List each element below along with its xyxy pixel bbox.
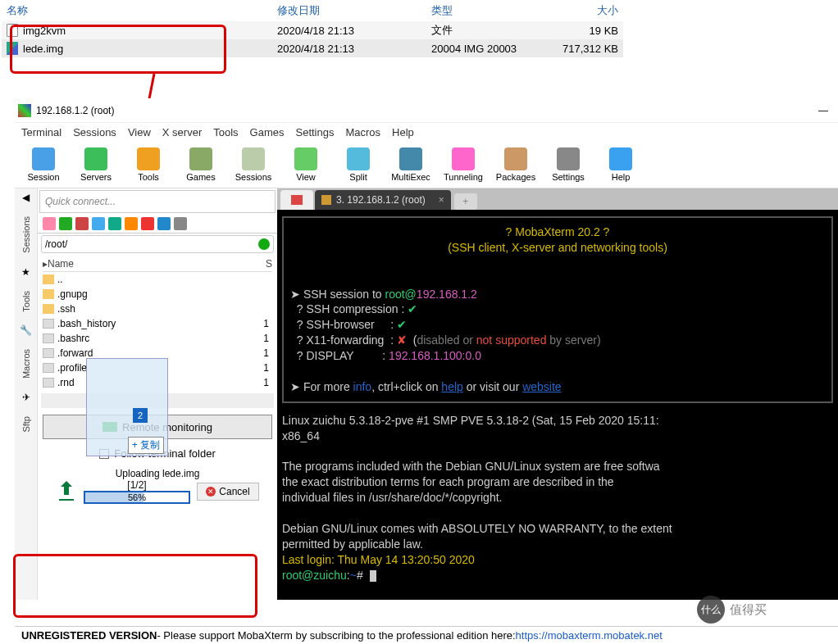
quick-connect-input[interactable]: Quick connect... (39, 190, 276, 213)
new-tab-button[interactable]: + (454, 193, 477, 210)
file-icon (43, 333, 54, 343)
vtab-macros[interactable]: Macros (21, 349, 31, 379)
status-bar: UNREGISTERED VERSION - Please support Mo… (15, 626, 838, 644)
sftp-item[interactable]: .bash_history1 (43, 316, 272, 331)
download-icon[interactable] (59, 217, 72, 230)
upload-counter: [1/2] (84, 479, 190, 491)
toolbar-tunneling-button[interactable]: Tunneling (438, 143, 489, 186)
toolbar-multiexec-button[interactable]: MultiExec (385, 143, 436, 186)
file-icon (43, 363, 54, 373)
drag-count-badge: 2 (133, 408, 148, 423)
toolbar-packages-button[interactable]: Packages (490, 143, 541, 186)
menu-sessions[interactable]: Sessions (73, 126, 116, 138)
toolbar: SessionServersToolsGamesSessionsViewSpli… (15, 142, 838, 188)
toolbar-split-button[interactable]: Split (333, 143, 384, 186)
vtab-sessions[interactable]: Sessions (21, 216, 31, 253)
session-icon (32, 147, 55, 170)
multiexec-icon (399, 147, 422, 170)
sessions-icon (242, 147, 265, 170)
folder-icon (43, 274, 54, 284)
menubar: Terminal Sessions View X server Tools Ga… (15, 123, 838, 142)
home-icon (291, 195, 303, 205)
split-icon (347, 147, 370, 170)
col-type[interactable]: 类型 (426, 3, 553, 18)
window-title: 192.168.1.2 (root) (36, 105, 114, 116)
home-tab[interactable] (280, 190, 313, 210)
sftp-toolbar (38, 215, 277, 234)
progress-bar: 56% (84, 491, 190, 504)
toolbar-tools-button[interactable]: Tools (123, 143, 174, 186)
tools-icon (137, 147, 160, 170)
packages-icon (504, 147, 527, 170)
tunneling-icon (452, 147, 475, 170)
col-name[interactable]: 名称 (2, 3, 272, 18)
newfolder-icon[interactable] (108, 217, 121, 230)
toolbar-settings-button[interactable]: Settings (543, 143, 594, 186)
menu-xserver[interactable]: X server (162, 126, 202, 138)
file-icon (43, 319, 54, 329)
file-icon (43, 348, 54, 358)
vtab-sftp[interactable]: Sftp (21, 416, 31, 433)
sftp-item[interactable]: .. (43, 272, 272, 287)
tab-close[interactable]: × (439, 194, 444, 206)
newfile-icon[interactable] (125, 217, 138, 230)
vtab-tools[interactable]: Tools (21, 291, 31, 312)
upload-icon[interactable] (75, 217, 89, 230)
toolbar-servers-button[interactable]: Servers (71, 143, 121, 186)
window-minimize[interactable]: — (808, 103, 838, 118)
menu-help[interactable]: Help (392, 126, 414, 138)
view-icon (294, 147, 317, 170)
col-date[interactable]: 修改日期 (272, 3, 426, 18)
servers-icon (84, 147, 107, 170)
terminal-tabs: 3. 192.168.1.2 (root) × + (277, 188, 838, 210)
help-icon (609, 147, 632, 170)
folder-icon (43, 304, 54, 314)
games-icon (189, 147, 212, 170)
toolbar-help-button[interactable]: Help (595, 143, 646, 186)
menu-macros[interactable]: Macros (345, 126, 380, 138)
path-input[interactable]: /root/ (41, 235, 274, 253)
tab-icon (321, 195, 331, 205)
menu-view[interactable]: View (128, 126, 151, 138)
annotation-box (10, 25, 226, 74)
file-icon (43, 378, 54, 388)
sftp-columns: ▸ NameS (43, 256, 272, 272)
cancel-button[interactable]: ✕Cancel (197, 483, 259, 501)
window-titlebar: 192.168.1.2 (root) — (15, 98, 838, 123)
folder-icon (43, 289, 54, 299)
footer-link[interactable]: https://mobaxterm.mobatek.net (516, 629, 663, 642)
explorer-columns: 名称 修改日期 类型 大小 (2, 0, 623, 21)
toolbar-session-button[interactable]: Session (18, 143, 69, 186)
menu-tools[interactable]: Tools (213, 126, 238, 138)
annotation-box (13, 554, 257, 618)
settings-icon (557, 147, 580, 170)
refresh-icon[interactable] (92, 217, 105, 230)
bookmark-icon[interactable] (43, 217, 56, 230)
menu-terminal[interactable]: Terminal (21, 126, 61, 138)
copy-hint: + 复制 (128, 437, 164, 454)
sftp-item[interactable]: .gnupg (43, 287, 272, 302)
toolbar-games-button[interactable]: Games (175, 143, 226, 186)
app-icon (18, 104, 31, 117)
left-tab-strip: ◀ Sessions ★ Tools 🔧 Macros ✈ Sftp (15, 188, 38, 600)
drag-ghost: 2 + 复制 (86, 358, 168, 456)
session-tab[interactable]: 3. 192.168.1.2 (root) × (315, 190, 451, 210)
sftp-item[interactable]: .bashrc1 (43, 331, 272, 346)
col-size[interactable]: 大小 (553, 3, 623, 18)
edit-icon[interactable] (157, 217, 171, 230)
upload-status: Uploading lede.img (41, 468, 274, 479)
cancel-icon: ✕ (206, 487, 216, 497)
terminal-output[interactable]: ? MobaXterm 20.2 ? (SSH client, X-server… (277, 210, 838, 600)
toolbar-sessions-button[interactable]: Sessions (228, 143, 279, 186)
sftp-item[interactable]: .ssh (43, 302, 272, 316)
menu-games[interactable]: Games (250, 126, 285, 138)
delete-icon[interactable] (141, 217, 154, 230)
menu-settings[interactable]: Settings (296, 126, 335, 138)
upload-arrow-icon (56, 481, 77, 502)
path-ok-icon (258, 238, 270, 250)
watermark: 什么 值得买 (697, 592, 836, 628)
toolbar-view-button[interactable]: View (280, 143, 331, 186)
hidden-icon[interactable] (174, 217, 187, 230)
